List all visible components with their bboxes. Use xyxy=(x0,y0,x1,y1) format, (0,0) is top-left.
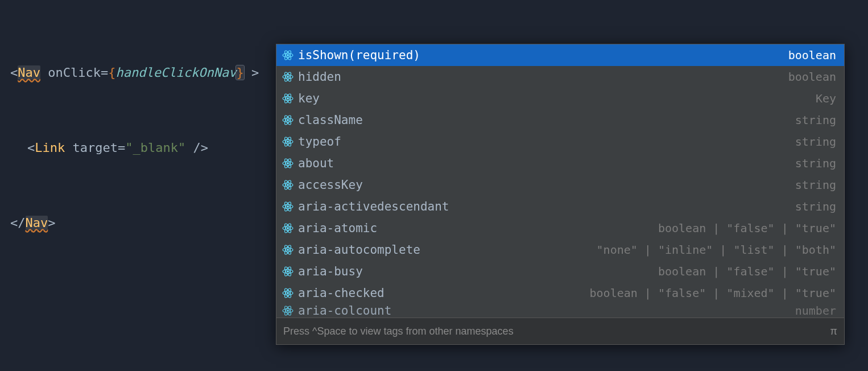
angle-close: > xyxy=(251,65,259,80)
react-icon xyxy=(282,222,294,234)
pi-icon[interactable]: π xyxy=(830,320,837,342)
completion-item-label: aria-colcount xyxy=(298,304,391,318)
completion-item-className[interactable]: classNamestring xyxy=(276,109,844,131)
completion-item-label: typeof xyxy=(298,131,341,152)
completion-item-type: boolean | "false" | "true" xyxy=(658,217,836,239)
jsx-tag-link: Link xyxy=(35,141,65,155)
completion-item-hidden[interactable]: hiddenboolean xyxy=(276,66,844,88)
react-icon xyxy=(282,305,294,316)
completion-item-label: hidden xyxy=(298,66,341,88)
react-icon xyxy=(282,201,294,212)
completion-item-aria-atomic[interactable]: aria-atomicboolean | "false" | "true" xyxy=(276,217,844,239)
brace-open: { xyxy=(108,65,115,80)
completion-item-type: string xyxy=(795,109,836,131)
jsx-tag-nav-close: Nav xyxy=(26,216,48,230)
react-icon xyxy=(282,50,294,61)
completion-item-type: boolean xyxy=(788,44,836,66)
react-icon xyxy=(282,244,294,255)
completion-item-type: number xyxy=(795,304,836,318)
completion-item-typeof[interactable]: typeofstring xyxy=(276,131,844,152)
completion-item-aria-autocomplete[interactable]: aria-autocomplete"none" | "inline" | "li… xyxy=(276,239,844,261)
react-icon xyxy=(282,136,294,147)
react-icon xyxy=(282,179,294,191)
completion-item-isShown[interactable]: isShown(required)boolean xyxy=(276,44,844,66)
angle-open-close: </ xyxy=(10,216,26,230)
equals: = xyxy=(118,141,125,155)
completion-item-type: boolean xyxy=(788,66,836,88)
completion-item-aria-busy[interactable]: aria-busyboolean | "false" | "true" xyxy=(276,261,844,282)
completion-item-about[interactable]: aboutstring xyxy=(276,152,844,174)
completion-item-label: key xyxy=(298,88,320,109)
react-icon xyxy=(282,158,294,169)
jsx-attr-target: target xyxy=(72,141,117,155)
equals: = xyxy=(101,65,108,80)
react-icon xyxy=(282,114,294,126)
jsx-tag-nav-open: Nav xyxy=(18,65,40,80)
completion-item-accessKey[interactable]: accessKeystring xyxy=(276,174,844,196)
brace-close: } xyxy=(236,65,243,80)
react-icon xyxy=(282,266,294,277)
completion-item-aria-colcount[interactable]: aria-colcountnumber xyxy=(276,304,844,318)
completion-item-required: (required) xyxy=(349,44,420,66)
completion-item-label: aria-autocomplete xyxy=(298,239,420,261)
completion-item-label: className xyxy=(298,109,363,131)
completion-item-type: boolean | "false" | "true" xyxy=(658,261,836,282)
completion-item-label: aria-atomic xyxy=(298,217,377,239)
completion-item-type: Key xyxy=(816,88,836,109)
completion-item-type: string xyxy=(795,152,836,174)
completion-item-label: aria-checked xyxy=(298,282,385,304)
jsx-attr-onclick: onClick xyxy=(48,65,101,80)
jsx-expression-handler: handleClickOnNav xyxy=(115,65,236,80)
completion-item-aria-activedescendant[interactable]: aria-activedescendantstring xyxy=(276,196,844,217)
react-icon xyxy=(282,287,294,299)
completion-hint: Press ^Space to view tags from other nam… xyxy=(283,320,514,342)
completion-item-type: string xyxy=(795,174,836,196)
react-icon xyxy=(282,93,294,104)
completion-item-aria-checked[interactable]: aria-checkedboolean | "false" | "mixed" … xyxy=(276,282,844,304)
jsx-string-blank: "_blank" xyxy=(125,141,185,155)
angle-close: > xyxy=(48,216,55,230)
completion-item-label: aria-activedescendant xyxy=(298,196,449,217)
completion-list[interactable]: isShown(required)booleanhiddenbooleankey… xyxy=(276,44,844,318)
self-close: /> xyxy=(193,141,208,155)
completion-item-type: boolean | "false" | "mixed" | "true" xyxy=(590,282,836,304)
completion-item-type: string xyxy=(795,131,836,152)
completion-item-label: accessKey xyxy=(298,174,363,196)
completion-footer: Press ^Space to view tags from other nam… xyxy=(276,318,844,344)
completion-item-type: string xyxy=(795,196,836,217)
completion-item-label: isShown xyxy=(298,44,349,66)
angle-open: < xyxy=(10,65,18,80)
completion-item-type: "none" | "inline" | "list" | "both" xyxy=(597,239,836,261)
completion-item-key[interactable]: keyKey xyxy=(276,88,844,109)
completion-popup[interactable]: isShown(required)booleanhiddenbooleankey… xyxy=(276,44,845,345)
react-icon xyxy=(282,71,294,83)
angle-open: < xyxy=(27,141,35,155)
completion-item-label: about xyxy=(298,152,334,174)
completion-item-label: aria-busy xyxy=(298,261,363,282)
